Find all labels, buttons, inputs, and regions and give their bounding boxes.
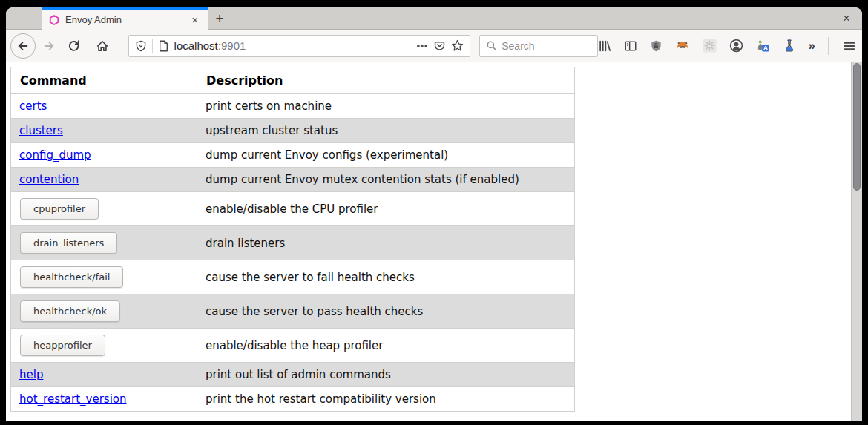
- description-cell: upstream cluster status: [197, 119, 575, 143]
- search-input[interactable]: [502, 40, 591, 52]
- tab-bar: Envoy Admin × + ×: [6, 7, 862, 30]
- toolbar-divider: [828, 37, 829, 55]
- command-table: Command Description certs print certs on…: [10, 67, 575, 412]
- command-link[interactable]: clusters: [19, 124, 63, 137]
- translate-extension-icon[interactable]: A: [756, 39, 770, 53]
- command-cell: certs: [11, 94, 197, 119]
- envoy-favicon-icon: [49, 15, 59, 25]
- tracking-protection-shield-icon[interactable]: [135, 40, 147, 52]
- table-row: drain_listeners drain listeners: [11, 226, 575, 260]
- command-cell: contention: [11, 168, 197, 192]
- forward-button[interactable]: [39, 39, 59, 53]
- table-row: help print out list of admin commands: [11, 363, 575, 387]
- vertical-scrollbar[interactable]: [851, 62, 862, 421]
- column-header-command: Command: [11, 67, 197, 94]
- table-row: healthcheck/ok cause the server to pass …: [11, 294, 575, 329]
- disabled-extension-flower-icon[interactable]: [703, 39, 717, 53]
- command-cell: healthcheck/ok: [11, 294, 197, 329]
- navigation-toolbar: localhost:9901 •••: [6, 30, 862, 62]
- extension-shield-lock-icon[interactable]: [650, 39, 662, 53]
- fox-extension-icon[interactable]: [675, 39, 690, 52]
- forward-arrow-icon: [42, 39, 56, 53]
- sidebar-icon[interactable]: [624, 39, 637, 53]
- overflow-chevrons-icon[interactable]: »: [809, 39, 814, 53]
- command-link[interactable]: config_dump: [19, 148, 91, 162]
- table-row: healthcheck/fail cause the server to fai…: [11, 260, 575, 294]
- command-button[interactable]: healthcheck/fail: [20, 266, 123, 288]
- command-link[interactable]: help: [19, 368, 43, 381]
- table-row: certs print certs on machine: [11, 94, 575, 119]
- home-icon: [96, 39, 109, 53]
- command-cell: heapprofiler: [11, 329, 197, 363]
- column-header-description: Description: [197, 67, 575, 94]
- table-row: contention dump current Envoy mutex cont…: [11, 168, 575, 192]
- pocket-icon[interactable]: [433, 39, 446, 52]
- description-cell: dump current Envoy configs (experimental…: [197, 143, 575, 168]
- url-text: localhost:9901: [174, 39, 246, 52]
- flask-extension-icon[interactable]: [783, 39, 796, 53]
- command-cell: hot_restart_version: [11, 387, 197, 412]
- command-cell: help: [11, 363, 197, 387]
- tab-envoy-admin[interactable]: Envoy Admin ×: [42, 7, 208, 30]
- url-bar[interactable]: localhost:9901 •••: [128, 35, 471, 57]
- account-icon[interactable]: [729, 39, 743, 53]
- browser-window: Envoy Admin × + ×: [6, 7, 862, 421]
- command-button[interactable]: cpuprofiler: [20, 198, 99, 220]
- table-row: heapprofiler enable/disable the heap pro…: [11, 329, 575, 363]
- url-host: localhost: [174, 39, 218, 52]
- search-bar[interactable]: [479, 35, 597, 57]
- description-cell: enable/disable the heap profiler: [197, 329, 575, 363]
- bookmark-star-icon[interactable]: [451, 39, 464, 52]
- back-button[interactable]: [10, 33, 36, 59]
- window-close-button[interactable]: ×: [831, 7, 862, 30]
- description-cell: drain listeners: [197, 226, 575, 260]
- svg-text:A: A: [763, 45, 767, 51]
- description-cell: dump current Envoy mutex contention stat…: [197, 168, 575, 192]
- table-row: config_dump dump current Envoy configs (…: [11, 143, 575, 168]
- url-port: :9901: [218, 39, 246, 52]
- command-link[interactable]: contention: [19, 173, 79, 186]
- table-row: hot_restart_version print the hot restar…: [11, 387, 575, 412]
- table-header-row: Command Description: [11, 67, 575, 94]
- library-icon[interactable]: [598, 39, 611, 53]
- search-icon: [486, 40, 497, 51]
- tab-title: Envoy Admin: [65, 14, 183, 25]
- command-table-body: certs print certs on machine clusters up…: [11, 94, 575, 412]
- tabbar-spacer: [231, 7, 831, 30]
- urlbar-divider: [152, 39, 153, 53]
- command-cell: healthcheck/fail: [11, 260, 197, 294]
- command-cell: drain_listeners: [11, 226, 197, 260]
- command-cell: clusters: [11, 119, 197, 143]
- home-button[interactable]: [93, 39, 112, 53]
- command-link[interactable]: certs: [19, 99, 47, 113]
- command-cell: cpuprofiler: [11, 192, 197, 226]
- envoy-admin-page: Command Description certs print certs on…: [6, 62, 851, 421]
- command-button[interactable]: healthcheck/ok: [20, 300, 120, 322]
- description-cell: print out list of admin commands: [197, 363, 575, 387]
- reload-button[interactable]: [65, 39, 84, 52]
- table-row: clusters upstream cluster status: [11, 119, 575, 143]
- description-cell: print the hot restart compatibility vers…: [197, 387, 575, 412]
- page-actions-icon[interactable]: •••: [417, 41, 429, 51]
- command-cell: config_dump: [11, 143, 197, 168]
- command-button[interactable]: drain_listeners: [20, 232, 117, 254]
- description-cell: print certs on machine: [197, 94, 575, 119]
- description-cell: cause the server to fail health checks: [197, 260, 575, 294]
- command-link[interactable]: hot_restart_version: [19, 392, 127, 406]
- tab-close-icon[interactable]: ×: [188, 14, 201, 25]
- hamburger-menu-icon[interactable]: [843, 39, 856, 53]
- command-button[interactable]: heapprofiler: [20, 335, 105, 356]
- reload-icon: [68, 39, 80, 52]
- back-arrow-icon: [16, 39, 30, 53]
- new-tab-button[interactable]: +: [208, 7, 231, 30]
- table-row: cpuprofiler enable/disable the CPU profi…: [11, 192, 575, 226]
- description-cell: cause the server to pass health checks: [197, 294, 575, 329]
- description-cell: enable/disable the CPU profiler: [197, 192, 575, 226]
- page-content: Command Description certs print certs on…: [6, 62, 862, 421]
- page-info-icon[interactable]: [158, 40, 169, 52]
- scrollbar-thumb[interactable]: [853, 63, 861, 191]
- tabbar-drag-space: [6, 7, 42, 30]
